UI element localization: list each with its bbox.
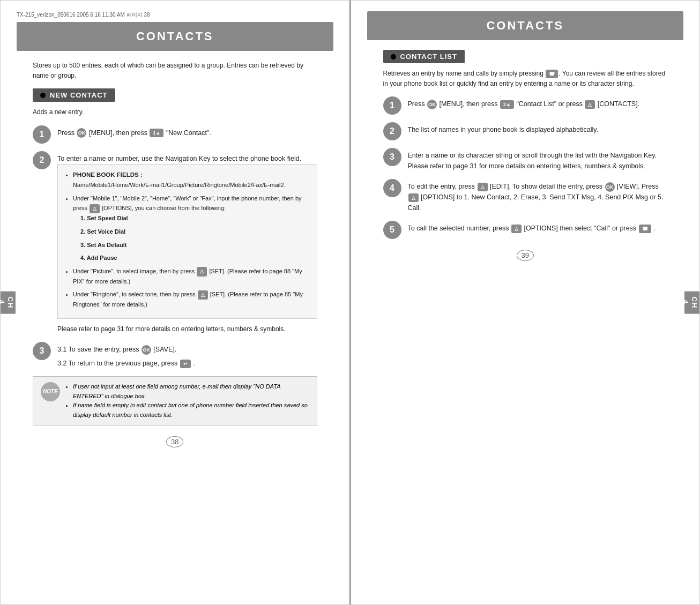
- page-number-circle-left: 38: [166, 436, 183, 447]
- num2-icon: 2▲: [500, 100, 514, 109]
- step-r4-text3: [VIEW]. Press: [617, 183, 659, 190]
- right-step-1-badge: 1: [383, 96, 401, 115]
- left-intro: Stores up to 500 entries, each of which …: [33, 61, 317, 81]
- step-3-badge: 3: [33, 342, 51, 360]
- right-step-4: 4 To edit the entry, press △ [EDIT]. To …: [383, 179, 668, 213]
- fields-box: PHONE BOOK FIELDS : Name/Mobile1/Home/Wo…: [57, 164, 317, 319]
- set-icon-1: △: [197, 267, 207, 276]
- between-steps-text: Please refer to page 31 for more details…: [57, 324, 317, 334]
- note-icon: NOTE: [41, 382, 60, 401]
- fields-label: PHONE BOOK FIELDS :: [73, 171, 143, 178]
- chapter-tab-right: CH4: [684, 291, 699, 314]
- right-step-2: 2 The list of names in your phone book i…: [383, 122, 668, 140]
- call-icon: ☎: [546, 70, 558, 78]
- right-step-2-badge: 2: [383, 122, 401, 140]
- bullet1-label: Under "Mobile 1", "Mobile 2", "Home", "W…: [73, 195, 215, 201]
- set-icon-2: △: [198, 290, 208, 300]
- ok-button-icon-1: OK: [77, 128, 86, 138]
- options-icon-r4: △: [408, 193, 419, 202]
- section-dot-right: [391, 54, 396, 59]
- right-step-3: 3 Enter a name or its character string o…: [383, 148, 668, 171]
- save-ok-icon: OK: [142, 345, 151, 355]
- options-icon-1: △: [90, 204, 100, 213]
- press-label-1: Press: [57, 129, 76, 137]
- step-2-badge: 2: [33, 151, 51, 169]
- right-panel: CH4 CONTACTS CONTACT LIST Retrieves an e…: [351, 0, 701, 605]
- step-r5-text2: [OPTIONS] then select "Call" or press: [524, 225, 638, 232]
- file-header: TX-215_verizon_050616 2005.6.16 11:30 AM…: [17, 11, 333, 19]
- section-intro: Adds a new entry.: [33, 107, 317, 117]
- page-number-circle-right: 39: [517, 250, 534, 261]
- right-step-1-content: Press OK [MENU], then press 2▲ "Contact …: [408, 96, 640, 109]
- right-intro: Retrieves an entry by name and calls by …: [383, 69, 668, 89]
- right-step-3-content: Enter a name or its character string or …: [408, 148, 668, 171]
- step-2: 2 To enter a name or number, use the Nav…: [33, 151, 317, 334]
- right-step-2-content: The list of names in your phone book is …: [408, 122, 599, 135]
- right-step-3-badge: 3: [383, 148, 401, 166]
- step-r1-text3: [CONTACTS].: [598, 100, 639, 108]
- step-2-text: To enter a name or number, use the Navig…: [57, 155, 301, 162]
- step-1-badge: 1: [33, 125, 51, 144]
- right-step-1: 1 Press OK [MENU], then press 2▲ "Contac…: [383, 96, 668, 115]
- note-box: NOTE If user not input at least one fiel…: [33, 376, 317, 425]
- step-1: 1 Press OK [MENU], then press 1▲ "New Co…: [33, 125, 317, 144]
- view-ok-icon: OK: [605, 182, 615, 192]
- step-r4-text2: [EDIT]. To show detail the entry, press: [490, 183, 605, 190]
- step-r5-text1: To call the selected number, press: [408, 225, 511, 232]
- right-step-4-badge: 4: [383, 179, 401, 197]
- step-r4-text1: To edit the entry, press: [408, 183, 477, 190]
- step-3: 3 3.1 To save the entry, press OK [SAVE]…: [33, 342, 317, 369]
- back-icon: ↩: [180, 360, 191, 368]
- menu-key-icon-1: 1▲: [150, 129, 163, 137]
- new-contact-section-header: NEW CONTACT: [33, 88, 115, 102]
- press-label-r1: Press: [408, 100, 427, 108]
- step-r1-text: [MENU], then press: [439, 100, 500, 108]
- list-item-1: 1. Set Speed Dial: [80, 213, 309, 223]
- step-3-content: 3.1 To save the entry, press OK [SAVE]. …: [57, 342, 195, 369]
- contact-list-label: CONTACT LIST: [400, 53, 457, 61]
- bullet2-text: Under "Picture", to select image, then b…: [73, 268, 196, 274]
- list-item-2: 2. Set Voice Dial: [80, 227, 309, 237]
- right-step-5: 5 To call the selected number, press △ […: [383, 221, 668, 239]
- left-header: CONTACTS: [17, 22, 333, 51]
- note-content: If user not input at least one field amo…: [65, 382, 309, 420]
- fields-text: Name/Mobile1/Home/Work/E-mail1/Group/Pic…: [73, 182, 286, 188]
- chapter-tab-left: CH4: [1, 291, 16, 314]
- contacts-icon: △: [585, 100, 595, 109]
- ok-icon-r1: OK: [427, 100, 437, 109]
- step-r4-text4: [OPTIONS] to 1. New Contact, 2. Erase, 3…: [408, 193, 664, 212]
- right-page-number: 39: [383, 250, 668, 261]
- step-2-content: To enter a name or number, use the Navig…: [57, 151, 317, 334]
- right-header: CONTACTS: [367, 11, 684, 40]
- send-icon: ☎: [639, 225, 651, 233]
- step-3-1: 3.1 To save the entry, press OK [SAVE].: [57, 344, 195, 355]
- speed-dial-list: 1. Set Speed Dial 2. Set Voice Dial 3. S…: [73, 213, 309, 263]
- step-3-2: 3.2 To return to the previous page, pres…: [57, 358, 195, 369]
- left-panel: CH4 TX-215_verizon_050616 2005.6.16 11:3…: [0, 0, 351, 605]
- left-page-number: 38: [33, 436, 317, 447]
- note-item-2: If name field is empty in edit contact b…: [73, 401, 309, 420]
- edit-icon: △: [478, 183, 488, 191]
- options-icon-r5: △: [511, 225, 522, 233]
- right-step-5-badge: 5: [383, 221, 401, 239]
- note-item-1: If user not input at least one field amo…: [73, 382, 309, 401]
- step-1-text2: "New Contact".: [166, 129, 211, 137]
- bullet3-text: Under "Ringtone", to select tone, then b…: [73, 291, 197, 297]
- step-1-text: [MENU], then press: [89, 129, 150, 137]
- right-step-5-content: To call the selected number, press △ [OP…: [408, 221, 656, 234]
- contact-list-section-header: CONTACT LIST: [383, 50, 465, 63]
- bullet1-detail2: [OPTIONS], you can choose from the follo…: [102, 205, 226, 211]
- step-r1-text2: "Contact List" or press: [516, 100, 584, 108]
- section-dot: [40, 93, 46, 98]
- right-step-4-content: To edit the entry, press △ [EDIT]. To sh…: [408, 179, 668, 213]
- step-1-content: Press OK [MENU], then press 1▲ "New Cont…: [57, 125, 211, 138]
- section-label: NEW CONTACT: [50, 91, 108, 99]
- step-r5-text3: .: [653, 225, 655, 232]
- list-item-3: 3. Set As Default: [80, 240, 309, 250]
- list-item-4: 4. Add Pause: [80, 253, 309, 263]
